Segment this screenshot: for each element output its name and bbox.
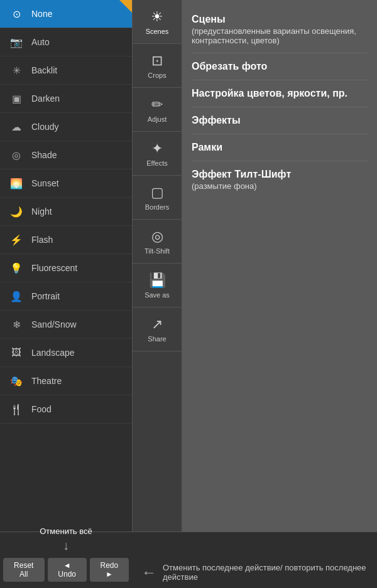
scene-item-none[interactable]: ⊙None (0, 0, 132, 28)
scene-item-flash[interactable]: ⚡Flash (0, 226, 132, 254)
scene-label-cloudy: Cloudy (31, 122, 59, 132)
redo-button[interactable]: Redo ► (90, 558, 129, 582)
scene-item-sunset[interactable]: 🌅Sunset (0, 169, 132, 198)
tool-icon-scenes: ☀ (151, 9, 163, 25)
scene-label-portrait: Portrait (31, 291, 60, 301)
right-section-tilt-shift[interactable]: Эффект Тилт-Шифт(размытие фона) (192, 161, 368, 198)
section-title-adjust: Настройка цветов, яркости, пр. (192, 88, 368, 99)
arrow-left-icon: ← (141, 564, 156, 581)
right-section-scenes[interactable]: Сцены(предустановленные варианты освещен… (192, 6, 368, 53)
tool-item-borders[interactable]: ▢Borders (133, 176, 182, 220)
tool-icon-adjust: ✏ (151, 97, 163, 113)
scene-icon-theatre: 🎭 (8, 372, 25, 390)
scene-item-fluorescent[interactable]: 💡Fluorescent (0, 254, 132, 282)
scene-item-darken[interactable]: ▣Darken (0, 85, 132, 113)
tool-label-borders: Borders (145, 203, 170, 211)
scene-icon-backlit: ✳ (8, 61, 25, 79)
scene-item-food[interactable]: 🍴Food (0, 395, 132, 424)
tool-item-adjust[interactable]: ✏Adjust (133, 88, 182, 132)
section-desc-tilt-shift: (размытие фона) (192, 181, 368, 191)
scene-label-landscape: Landscape (31, 348, 75, 358)
tool-item-effects[interactable]: ✦Effects (133, 132, 182, 176)
tool-label-effects: Effects (146, 159, 167, 167)
tool-icon-effects: ✦ (151, 141, 163, 157)
tool-label-adjust: Adjust (148, 115, 167, 123)
section-title-borders: Рамки (192, 142, 368, 153)
scene-item-theatre[interactable]: 🎭Theatre (0, 367, 132, 395)
section-title-crops: Обрезать фото (192, 61, 368, 72)
scene-label-food: Food (31, 404, 52, 414)
tool-item-save-as[interactable]: 💾Save as (133, 264, 182, 307)
bottom-left: Отменить всё ↓ Reset All ◄ Undo Redo ► (0, 523, 132, 588)
bottom-buttons: Reset All ◄ Undo Redo ► (0, 558, 132, 585)
scene-item-landscape[interactable]: 🖼Landscape (0, 339, 132, 367)
tool-label-save-as: Save as (145, 291, 170, 299)
scene-label-flash: Flash (31, 235, 53, 245)
tool-label-crops: Crops (148, 72, 166, 79)
action-description: Отменить последнее действие/ повторить п… (163, 563, 368, 582)
tool-icon-crops: ⊡ (151, 53, 163, 69)
scene-icon-portrait: 👤 (8, 287, 25, 305)
tool-item-share[interactable]: ↗Share (133, 307, 182, 351)
scene-icon-cloudy: ☁ (8, 118, 25, 136)
scene-label-backlit: Backlit (31, 65, 57, 75)
tool-icon-borders: ▢ (151, 184, 164, 201)
scene-item-night[interactable]: 🌙Night (0, 198, 132, 226)
scene-item-sand-snow[interactable]: ❄Sand/Snow (0, 311, 132, 339)
tool-label-scenes: Scenes (146, 28, 169, 35)
scene-label-auto: Auto (31, 37, 50, 47)
scene-icon-none: ⊙ (8, 5, 25, 23)
tool-item-scenes[interactable]: ☀Scenes (133, 0, 182, 44)
scene-item-cloudy[interactable]: ☁Cloudy (0, 113, 132, 141)
section-title-scenes: Сцены (192, 14, 368, 25)
scene-icon-flash: ⚡ (8, 231, 25, 249)
scene-icon-landscape: 🖼 (8, 344, 25, 361)
scene-icon-auto: 📷 (8, 33, 25, 51)
scene-item-shade[interactable]: ◎Shade (0, 141, 132, 169)
bottom-bar: Отменить всё ↓ Reset All ◄ Undo Redo ► ←… (0, 532, 377, 588)
scene-label-night: Night (31, 206, 52, 216)
scene-label-sunset: Sunset (31, 178, 59, 188)
scene-icon-darken: ▣ (8, 90, 25, 107)
scene-item-portrait[interactable]: 👤Portrait (0, 282, 132, 311)
reset-all-button[interactable]: Reset All (3, 558, 45, 582)
main-area: ⊙None📷Auto✳Backlit▣Darken☁Cloudy◎Shade🌅S… (0, 0, 377, 532)
right-section-effects[interactable]: Эффекты (192, 107, 368, 134)
scene-icon-sunset: 🌅 (8, 174, 25, 192)
section-title-tilt-shift: Эффект Тилт-Шифт (192, 169, 368, 180)
section-title-effects: Эффекты (192, 115, 368, 126)
scene-item-backlit[interactable]: ✳Backlit (0, 56, 132, 85)
tool-icon-tilt-shift: ◎ (151, 228, 163, 245)
left-panel: ⊙None📷Auto✳Backlit▣Darken☁Cloudy◎Shade🌅S… (0, 0, 132, 532)
scene-item-auto[interactable]: 📷Auto (0, 28, 132, 56)
right-panel: Сцены(предустановленные варианты освещен… (182, 0, 377, 532)
scene-label-theatre: Theatre (31, 376, 62, 386)
scene-icon-food: 🍴 (8, 400, 25, 418)
tool-icon-share: ↗ (151, 316, 163, 333)
scene-icon-fluorescent: 💡 (8, 259, 25, 277)
arrow-down-icon: ↓ (63, 538, 69, 553)
scene-label-fluorescent: Fluorescent (31, 263, 77, 273)
scene-label-shade: Shade (31, 150, 57, 160)
reset-all-label: Отменить всё (40, 527, 92, 536)
scene-icon-night: 🌙 (8, 203, 25, 220)
tool-label-share: Share (148, 335, 166, 343)
section-desc-scenes: (предустановленные варианты освещения, к… (192, 26, 368, 45)
tool-item-crops[interactable]: ⊡Crops (133, 44, 182, 88)
bottom-right: ← Отменить последнее действие/ повторить… (132, 557, 377, 588)
tool-label-tilt-shift: Tilt-Shift (145, 247, 170, 255)
scene-icon-sand-snow: ❄ (8, 316, 25, 333)
right-section-crops[interactable]: Обрезать фото (192, 53, 368, 80)
undo-button[interactable]: ◄ Undo (48, 558, 87, 582)
scene-label-sand-snow: Sand/Snow (31, 319, 77, 329)
active-corner-mark (119, 0, 132, 13)
scene-icon-shade: ◎ (8, 146, 25, 164)
scene-label-none: None (31, 9, 52, 19)
tool-item-tilt-shift[interactable]: ◎Tilt-Shift (133, 220, 182, 264)
right-section-borders[interactable]: Рамки (192, 134, 368, 161)
middle-panel: ☀Scenes⊡Crops✏Adjust✦Effects▢Borders◎Til… (132, 0, 182, 532)
right-section-adjust[interactable]: Настройка цветов, яркости, пр. (192, 80, 368, 107)
scene-label-darken: Darken (31, 94, 60, 104)
tool-icon-save-as: 💾 (149, 272, 166, 289)
